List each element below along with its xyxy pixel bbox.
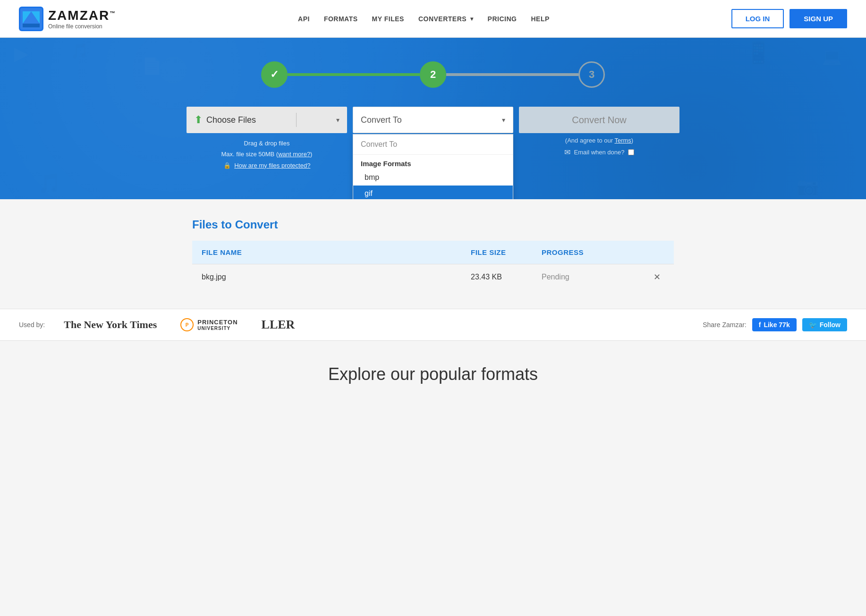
nav-buttons: LOG IN SIGN UP (731, 9, 847, 28)
email-checkbox[interactable] (628, 149, 634, 155)
conversion-controls: ⬆ Choose Files ▾ Drag & drop files Max. … (173, 107, 693, 171)
choose-files-left: ⬆ Choose Files (194, 114, 256, 126)
convert-to-arrow-icon: ▾ (502, 116, 505, 124)
logo-sub: Online file conversion (48, 23, 116, 30)
share-label: Share Zamzar: (703, 321, 747, 329)
convert-to-dropdown[interactable]: Convert To Image Formats bmp gif ico pcx… (353, 134, 513, 199)
signup-button[interactable]: SIGN UP (790, 9, 847, 28)
main-nav: API FORMATS MY FILES CONVERTERS ▾ PRICIN… (298, 15, 550, 23)
used-by-banner: Used by: The New York Times P PRINCETON … (0, 309, 866, 341)
format-gif[interactable]: gif (353, 186, 513, 199)
table-row: bkg.jpg 23.43 KB Pending ✕ (192, 264, 674, 290)
svg-marker-4 (23, 24, 40, 27)
used-by-label: Used by: (19, 321, 45, 329)
explore-section: Explore our popular formats (0, 341, 866, 398)
convert-to-label: Convert To (361, 115, 402, 125)
svg-text:P: P (186, 322, 189, 328)
convert-to-wrapper: Convert To ▾ Convert To Image Formats bm… (353, 107, 513, 133)
choose-files-divider (296, 113, 297, 127)
facebook-like-button[interactable]: f Like 77k (752, 318, 797, 331)
convert-now-button[interactable]: Convert Now (519, 107, 679, 133)
upload-icon: ⬆ (194, 114, 203, 126)
nav-help[interactable]: HELP (531, 15, 549, 23)
step-3-circle: 3 (578, 61, 605, 88)
step-line-1-2 (288, 73, 420, 76)
nav-api[interactable]: API (298, 15, 310, 23)
explore-title: Explore our popular formats (19, 364, 847, 384)
col-header-filesize: FILE SIZE (461, 241, 532, 264)
max-size-text: Max. file size 50MB (want more?) (221, 149, 313, 160)
convert-now-area: Convert Now (And agree to our Terms) ✉ E… (519, 107, 679, 157)
files-title: Files to Convert (192, 218, 674, 231)
used-by-logos: The New York Times P PRINCETON UNIVERSIT… (64, 318, 684, 332)
twitter-follow-button[interactable]: 🐦 Follow (802, 318, 847, 331)
files-table-header: FILE NAME FILE SIZE PROGRESS (192, 241, 674, 264)
email-when-done-label: Email when done? (574, 149, 625, 156)
protected-link[interactable]: How are my files protected? (234, 162, 310, 169)
image-formats-label: Image Formats (353, 155, 513, 169)
want-more-link[interactable]: want more? (278, 151, 310, 158)
row-close-button[interactable]: ✕ (650, 272, 664, 282)
step-line-2-3 (446, 73, 578, 76)
miller-logo: LLER (262, 318, 295, 332)
col-header-filename: FILE NAME (192, 241, 461, 264)
row-filename: bkg.jpg (192, 265, 461, 289)
protected-row: 🔒 How are my files protected? (221, 160, 313, 171)
logo-icon (19, 7, 43, 31)
nav-pricing[interactable]: PRICING (488, 15, 517, 23)
files-title-highlight: Convert (235, 218, 278, 231)
choose-files-label: Choose Files (206, 115, 256, 125)
drag-drop-text: Drag & drop files (221, 138, 313, 149)
hero-section: ▶ 🎵 📄 📱 💻 🎵 📷 ✓ 2 3 (0, 38, 866, 199)
fb-icon: f (759, 321, 761, 329)
choose-files-arrow-icon: ▾ (336, 116, 340, 124)
stepper: ✓ 2 3 (173, 61, 693, 88)
email-icon: ✉ (564, 148, 570, 157)
file-info: Drag & drop files Max. file size 50MB (w… (221, 138, 313, 171)
format-bmp[interactable]: bmp (353, 169, 513, 186)
files-section: Files to Convert FILE NAME FILE SIZE PRO… (173, 218, 693, 290)
files-table: FILE NAME FILE SIZE PROGRESS bkg.jpg 23.… (192, 241, 674, 290)
nav-converters[interactable]: CONVERTERS ▾ (418, 15, 474, 23)
terms-text: (And agree to our Terms) (565, 137, 633, 144)
row-progress: Pending ✕ (532, 264, 674, 290)
step-2-circle: 2 (420, 61, 446, 88)
terms-link[interactable]: Terms (614, 137, 631, 144)
hero-content: ✓ 2 3 ⬆ Choose Files ▾ (173, 61, 693, 171)
step-1-circle: ✓ (261, 61, 288, 88)
choose-files-button[interactable]: ⬆ Choose Files ▾ (187, 107, 347, 133)
lock-icon: 🔒 (223, 162, 231, 169)
nav-formats[interactable]: FORMATS (324, 15, 358, 23)
logo-name: ZAMZAR™ (48, 8, 116, 23)
header: ZAMZAR™ Online file conversion API FORMA… (0, 0, 866, 38)
email-opt: ✉ Email when done? (564, 148, 635, 157)
login-button[interactable]: LOG IN (731, 9, 784, 28)
princeton-logo: P PRINCETON UNIVERSITY (180, 318, 238, 331)
progress-status: Pending (542, 273, 569, 281)
dropdown-header: Convert To (353, 135, 513, 155)
twitter-icon: 🐦 (809, 321, 817, 329)
nyt-logo: The New York Times (64, 319, 157, 331)
choose-files-area: ⬆ Choose Files ▾ Drag & drop files Max. … (187, 107, 347, 171)
logo-area: ZAMZAR™ Online file conversion (19, 7, 116, 31)
nav-myfiles[interactable]: MY FILES (372, 15, 404, 23)
logo-text: ZAMZAR™ Online file conversion (48, 8, 116, 30)
convert-to-button[interactable]: Convert To ▾ (353, 107, 513, 133)
share-area: Share Zamzar: f Like 77k 🐦 Follow (703, 318, 847, 331)
row-filesize: 23.43 KB (461, 265, 532, 289)
col-header-progress: PROGRESS (532, 241, 674, 264)
